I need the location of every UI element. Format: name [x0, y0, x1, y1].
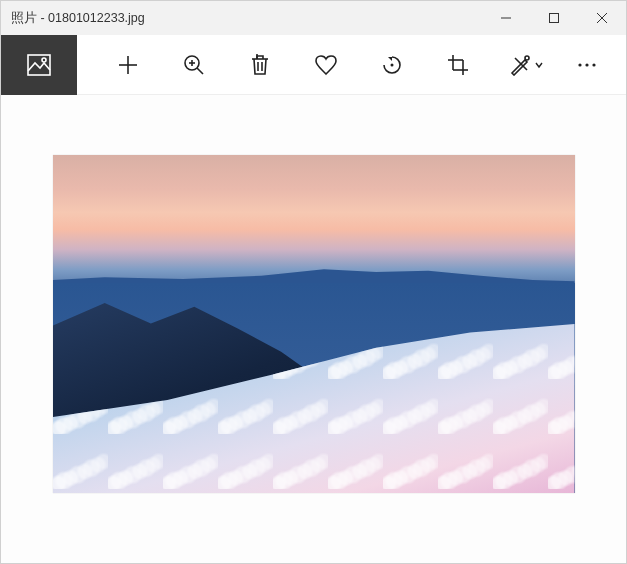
- rotate-icon: [380, 54, 404, 76]
- crop-button[interactable]: [443, 45, 473, 85]
- trash-icon: [249, 54, 271, 76]
- minimize-button[interactable]: [482, 1, 530, 35]
- rotate-button[interactable]: [377, 45, 407, 85]
- add-button[interactable]: [113, 45, 143, 85]
- svg-point-21: [525, 56, 529, 60]
- content-area: [1, 95, 626, 563]
- draw-button[interactable]: [508, 45, 544, 85]
- more-button[interactable]: [572, 45, 602, 85]
- titlebar: 照片 - 01801012233.jpg: [1, 1, 626, 35]
- zoom-button[interactable]: [179, 45, 209, 85]
- svg-line-9: [197, 68, 203, 74]
- heart-icon: [314, 54, 338, 76]
- favorite-button[interactable]: [311, 45, 341, 85]
- toolbar: [1, 35, 626, 95]
- crop-icon: [447, 54, 469, 76]
- close-button[interactable]: [578, 1, 626, 35]
- window-title: 照片 - 01801012233.jpg: [11, 10, 482, 27]
- svg-point-24: [592, 63, 595, 66]
- delete-button[interactable]: [245, 45, 275, 85]
- draw-icon: [509, 54, 531, 76]
- ellipsis-icon: [576, 61, 598, 69]
- svg-point-22: [578, 63, 581, 66]
- file-name: 01801012233.jpg: [48, 11, 145, 25]
- plus-icon: [117, 54, 139, 76]
- svg-point-23: [585, 63, 588, 66]
- window-controls: [482, 1, 626, 35]
- image-viewport[interactable]: [53, 155, 575, 493]
- chevron-down-icon: [534, 60, 544, 70]
- svg-point-5: [42, 58, 46, 62]
- photo-icon: [27, 54, 51, 76]
- photo-tab[interactable]: [1, 35, 77, 95]
- app-name: 照片: [11, 11, 37, 25]
- title-separator: -: [37, 11, 48, 25]
- svg-rect-1: [550, 14, 559, 23]
- svg-point-16: [391, 63, 394, 66]
- maximize-button[interactable]: [530, 1, 578, 35]
- zoom-in-icon: [183, 54, 205, 76]
